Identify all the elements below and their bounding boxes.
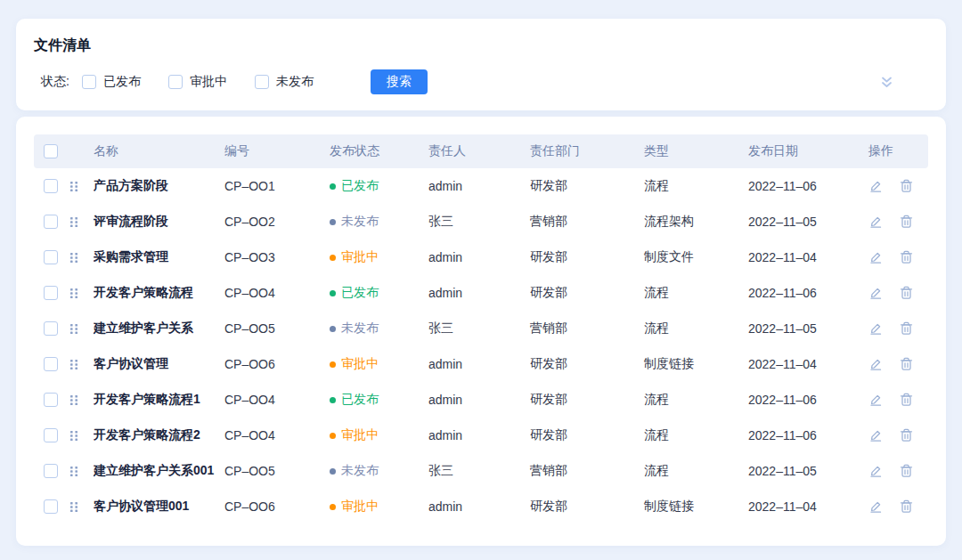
file-name: 客户协议管理001 bbox=[94, 499, 224, 515]
filter-option-label: 未发布 bbox=[276, 74, 314, 90]
row-checkbox[interactable] bbox=[44, 357, 58, 371]
filter-checkbox-unpublished[interactable] bbox=[255, 75, 269, 89]
file-type: 制度链接 bbox=[644, 356, 748, 372]
edit-icon[interactable] bbox=[868, 179, 883, 193]
file-code: CP–OO6 bbox=[224, 357, 330, 371]
drag-handle-icon[interactable] bbox=[69, 181, 78, 192]
column-header-type: 类型 bbox=[644, 143, 748, 159]
column-header-name: 名称 bbox=[94, 143, 224, 159]
drag-handle-icon[interactable] bbox=[69, 466, 78, 477]
drag-handle-icon[interactable] bbox=[69, 288, 78, 299]
delete-icon[interactable] bbox=[900, 428, 913, 442]
publish-date: 2022–11–04 bbox=[748, 357, 868, 371]
file-name: 建立维护客户关系001 bbox=[94, 463, 224, 479]
row-checkbox[interactable] bbox=[44, 286, 58, 300]
owner-name: admin bbox=[428, 393, 530, 407]
status-badge: 未发布 bbox=[330, 463, 428, 479]
table-row: 评审流程阶段 CP–OO2 未发布 张三 营销部 流程架构 2022–11–05 bbox=[34, 204, 928, 239]
delete-icon[interactable] bbox=[900, 464, 913, 478]
file-type: 流程 bbox=[644, 285, 748, 301]
drag-handle-icon[interactable] bbox=[69, 430, 78, 442]
status-label: 审批中 bbox=[341, 427, 379, 443]
delete-icon[interactable] bbox=[900, 250, 913, 264]
filter-panel: 文件清单 状态: 已发布 审批中 未发布 搜索 bbox=[16, 19, 946, 110]
publish-date: 2022–11–04 bbox=[748, 499, 868, 514]
file-name: 开发客户策略流程 bbox=[94, 285, 224, 301]
file-code: CP–OO5 bbox=[224, 464, 330, 478]
delete-icon[interactable] bbox=[900, 499, 913, 514]
row-checkbox[interactable] bbox=[44, 179, 58, 193]
edit-icon[interactable] bbox=[868, 464, 883, 478]
drag-handle-icon[interactable] bbox=[69, 394, 78, 406]
page-title: 文件清单 bbox=[34, 37, 928, 54]
select-all-checkbox[interactable] bbox=[44, 144, 58, 158]
file-code: CP–OO3 bbox=[224, 250, 330, 264]
status-dot-icon bbox=[330, 397, 336, 403]
row-checkbox[interactable] bbox=[44, 464, 58, 478]
row-checkbox[interactable] bbox=[44, 215, 58, 229]
file-name: 建立维护客户关系 bbox=[94, 321, 224, 337]
row-checkbox[interactable] bbox=[44, 499, 58, 514]
filter-option-pending[interactable]: 审批中 bbox=[168, 74, 227, 90]
owner-name: admin bbox=[428, 499, 530, 514]
filter-option-published[interactable]: 已发布 bbox=[82, 74, 141, 90]
edit-icon[interactable] bbox=[868, 321, 883, 336]
drag-handle-icon[interactable] bbox=[69, 359, 78, 370]
file-type: 流程架构 bbox=[644, 214, 748, 230]
edit-icon[interactable] bbox=[868, 499, 883, 514]
status-badge: 已发布 bbox=[330, 392, 428, 408]
drag-handle-icon[interactable] bbox=[69, 501, 78, 513]
table-row: 客户协议管理 CP–OO6 审批中 admin 研发部 制度链接 2022–11… bbox=[34, 346, 928, 382]
publish-date: 2022–11–06 bbox=[748, 393, 868, 407]
file-name: 开发客户策略流程2 bbox=[94, 427, 224, 443]
edit-icon[interactable] bbox=[868, 428, 883, 442]
delete-icon[interactable] bbox=[900, 357, 913, 371]
edit-icon[interactable] bbox=[868, 286, 883, 300]
filter-checkbox-pending[interactable] bbox=[168, 75, 183, 89]
owner-name: 张三 bbox=[428, 214, 530, 230]
status-filter-label: 状态: bbox=[34, 74, 69, 90]
filter-option-unpublished[interactable]: 未发布 bbox=[255, 74, 314, 90]
edit-icon[interactable] bbox=[868, 357, 883, 371]
publish-date: 2022–11–06 bbox=[748, 286, 868, 300]
file-type: 流程 bbox=[644, 392, 748, 408]
filter-option-label: 审批中 bbox=[190, 74, 227, 90]
file-code: CP–OO5 bbox=[224, 321, 330, 336]
column-header-date: 发布日期 bbox=[748, 143, 868, 159]
file-name: 评审流程阶段 bbox=[94, 214, 224, 230]
file-code: CP–OO4 bbox=[224, 393, 330, 407]
status-label: 未发布 bbox=[341, 321, 379, 337]
edit-icon[interactable] bbox=[868, 393, 883, 407]
delete-icon[interactable] bbox=[900, 286, 913, 300]
owner-name: admin bbox=[428, 357, 530, 371]
status-label: 已发布 bbox=[341, 178, 379, 194]
drag-handle-icon[interactable] bbox=[69, 216, 78, 228]
department: 研发部 bbox=[530, 249, 644, 265]
filter-checkbox-published[interactable] bbox=[82, 75, 96, 89]
status-badge: 已发布 bbox=[330, 178, 428, 194]
drag-handle-icon[interactable] bbox=[69, 252, 78, 264]
delete-icon[interactable] bbox=[900, 321, 913, 336]
table-row: 开发客户策略流程 CP–OO4 已发布 admin 研发部 流程 2022–11… bbox=[34, 275, 928, 311]
delete-icon[interactable] bbox=[900, 179, 913, 193]
status-dot-icon bbox=[330, 183, 336, 190]
search-button[interactable]: 搜索 bbox=[371, 69, 428, 94]
file-type: 流程 bbox=[644, 427, 748, 443]
status-dot-icon bbox=[330, 255, 336, 261]
delete-icon[interactable] bbox=[900, 215, 913, 229]
status-dot-icon bbox=[330, 433, 336, 439]
row-checkbox[interactable] bbox=[44, 321, 58, 336]
file-name: 采购需求管理 bbox=[94, 249, 224, 265]
collapse-panel-toggle[interactable] bbox=[879, 76, 894, 89]
edit-icon[interactable] bbox=[868, 215, 883, 229]
file-type: 流程 bbox=[644, 463, 748, 479]
table-body: 产品方案阶段 CP–OO1 已发布 admin 研发部 流程 2022–11–0… bbox=[34, 168, 928, 524]
status-badge: 未发布 bbox=[330, 321, 428, 337]
row-checkbox[interactable] bbox=[44, 393, 58, 407]
delete-icon[interactable] bbox=[900, 393, 913, 407]
row-checkbox[interactable] bbox=[44, 428, 58, 442]
drag-handle-icon[interactable] bbox=[69, 323, 78, 335]
row-checkbox[interactable] bbox=[44, 250, 58, 264]
edit-icon[interactable] bbox=[868, 250, 883, 264]
file-name: 产品方案阶段 bbox=[94, 178, 224, 194]
